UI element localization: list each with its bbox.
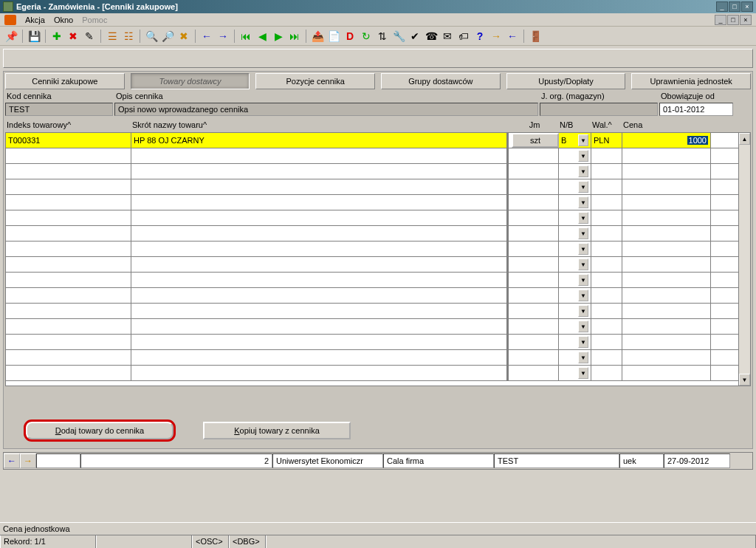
dropdown-icon[interactable]: ▼ xyxy=(578,274,588,286)
close-button[interactable]: × xyxy=(741,1,753,12)
tab-upusty-doplaty[interactable]: Upusty/Dopłaty xyxy=(506,73,626,89)
table-row[interactable]: ▼ xyxy=(6,335,738,350)
row-icon-1[interactable]: ☰ xyxy=(106,30,119,43)
next-icon[interactable]: ▶ xyxy=(272,30,285,43)
dropdown-icon[interactable]: ▼ xyxy=(578,336,588,348)
nav-field-user[interactable]: uek xyxy=(619,453,664,468)
dropdown-icon[interactable]: ▼ xyxy=(578,212,588,224)
dropdown-icon[interactable]: ▼ xyxy=(578,305,588,317)
tool-tag-icon[interactable]: 🏷 xyxy=(457,30,470,43)
tab-towary-dostawcy[interactable]: Towary dostawcy xyxy=(131,73,250,89)
help-icon[interactable]: ? xyxy=(473,30,487,43)
tool-util-icon[interactable]: 🔧 xyxy=(392,30,405,43)
grid-scrollbar[interactable]: ▲ ▼ xyxy=(738,133,750,386)
maximize-button[interactable]: □ xyxy=(729,1,740,12)
tool-d-icon[interactable]: D xyxy=(343,30,357,43)
cell-nb[interactable]: B ▼ xyxy=(559,133,591,148)
menu-pomoc[interactable]: Pomoc xyxy=(82,16,107,24)
inner-minimize-button[interactable]: _ xyxy=(715,15,726,25)
tool-doc-icon[interactable]: 📄 xyxy=(327,30,340,43)
table-row[interactable]: ▼ xyxy=(6,304,738,319)
last-icon[interactable]: ⏭ xyxy=(288,30,301,43)
edit-icon[interactable]: ✎ xyxy=(83,30,96,43)
cell-skrot[interactable]: HP 88 OJ CZARNY xyxy=(131,133,509,148)
table-row[interactable]: ▼ xyxy=(6,164,738,179)
inner-restore-button[interactable]: □ xyxy=(727,15,739,25)
mail-icon[interactable]: ✉ xyxy=(441,30,454,43)
col-header-skrot: Skrót nazwy towaru^ xyxy=(131,120,508,132)
first-icon[interactable]: ⏮ xyxy=(239,30,252,43)
dropdown-icon[interactable]: ▼ xyxy=(578,181,588,193)
cell-jm[interactable]: szt xyxy=(512,133,559,148)
minimize-button[interactable]: _ xyxy=(716,1,728,12)
cell-cena[interactable]: 1000 xyxy=(622,133,711,148)
tab-uprawnienia[interactable]: Uprawnienia jednostek xyxy=(631,73,751,89)
clear-search-icon[interactable]: ✖ xyxy=(177,30,190,43)
dropdown-icon[interactable]: ▼ xyxy=(578,165,588,177)
dropdown-icon[interactable]: ▼ xyxy=(578,243,588,255)
add-icon[interactable]: ✚ xyxy=(50,30,63,43)
nav-field-date[interactable]: 27-09-2012 xyxy=(664,453,730,468)
table-row[interactable]: ▼ xyxy=(6,257,738,273)
nav-field-num[interactable]: 2 xyxy=(80,453,272,468)
dropdown-icon[interactable]: ▼ xyxy=(578,227,588,239)
search-icon[interactable]: 🔍 xyxy=(145,30,158,43)
table-row[interactable]: ▼ xyxy=(6,319,738,335)
pin-icon[interactable]: 📌 xyxy=(4,30,18,43)
inner-close-button[interactable]: × xyxy=(740,15,752,25)
tool-export-icon[interactable]: 📤 xyxy=(311,30,324,43)
table-row[interactable]: ▼ xyxy=(6,288,738,304)
table-row[interactable]: ▼ xyxy=(6,179,738,195)
delete-icon[interactable]: ✖ xyxy=(66,30,80,43)
table-row[interactable]: ▼ xyxy=(6,350,738,366)
prev-icon[interactable]: ◀ xyxy=(255,30,269,43)
dropdown-icon[interactable]: ▼ xyxy=(578,258,588,270)
nav-right-icon[interactable]: → xyxy=(489,30,503,43)
dropdown-icon[interactable]: ▼ xyxy=(578,134,588,146)
nav-prev-button[interactable]: ← xyxy=(4,453,20,468)
dropdown-icon[interactable]: ▼ xyxy=(578,352,588,363)
tab-pozycje-cennika[interactable]: Pozycje cennika xyxy=(255,73,375,89)
dropdown-icon[interactable]: ▼ xyxy=(578,321,588,332)
nav-field-test[interactable]: TEST xyxy=(494,453,619,468)
phone-icon[interactable]: ☎ xyxy=(425,30,438,43)
save-icon[interactable]: 💾 xyxy=(27,30,41,43)
table-row[interactable]: ▼ xyxy=(6,366,738,381)
dropdown-icon[interactable]: ▼ xyxy=(578,196,588,208)
tool-check-icon[interactable]: ✔ xyxy=(408,30,422,43)
refresh-icon[interactable]: ↻ xyxy=(360,30,373,43)
table-row[interactable]: T000331 HP 88 OJ CZARNY szt B ▼ PLN 1000 xyxy=(6,133,738,148)
nav-left-icon[interactable]: ← xyxy=(506,30,519,43)
scroll-down-icon[interactable]: ▼ xyxy=(739,374,750,386)
nav-back-icon[interactable]: ← xyxy=(200,30,213,43)
nav-field-firma[interactable]: Cala firma xyxy=(383,453,494,468)
table-row[interactable]: ▼ xyxy=(6,242,738,257)
menu-akcja[interactable]: Akcja xyxy=(25,16,45,24)
table-row[interactable]: ▼ xyxy=(6,210,738,226)
nav-field-org[interactable]: Uniwersytet Ekonomiczr xyxy=(272,453,383,468)
filter-icon[interactable]: 🔎 xyxy=(161,30,174,43)
nav-next-button[interactable]: → xyxy=(20,453,36,468)
table-row[interactable]: ▼ xyxy=(6,226,738,242)
kopiuj-towary-button[interactable]: Kopiuj towary z cennika xyxy=(203,422,351,439)
toolbar-separator xyxy=(306,30,306,43)
dropdown-icon[interactable]: ▼ xyxy=(578,150,588,162)
cell-wal[interactable]: PLN xyxy=(591,133,622,148)
dodaj-towary-button[interactable]: Dodaj towary do cennika xyxy=(26,422,173,439)
table-row[interactable]: ▼ xyxy=(6,195,738,210)
dropdown-icon[interactable]: ▼ xyxy=(578,290,588,301)
scroll-up-icon[interactable]: ▲ xyxy=(739,133,750,145)
tab-cenniki-zakupowe[interactable]: Cenniki zakupowe xyxy=(5,73,125,89)
table-row[interactable]: ▼ xyxy=(6,273,738,288)
dropdown-icon[interactable]: ▼ xyxy=(578,367,588,379)
scroll-track[interactable] xyxy=(739,145,750,374)
exit-icon[interactable]: 🚪 xyxy=(529,30,542,43)
nav-field-blank[interactable] xyxy=(36,453,80,468)
menu-okno[interactable]: Okno xyxy=(54,16,73,24)
row-icon-2[interactable]: ☷ xyxy=(122,30,135,43)
tab-grupy-dostawcow[interactable]: Grupy dostawców xyxy=(381,73,501,89)
cell-indeks[interactable]: T000331 xyxy=(6,133,131,148)
table-row[interactable]: ▼ xyxy=(6,148,738,164)
sort-icon[interactable]: ⇅ xyxy=(376,30,389,43)
nav-forward-icon[interactable]: → xyxy=(216,30,230,43)
